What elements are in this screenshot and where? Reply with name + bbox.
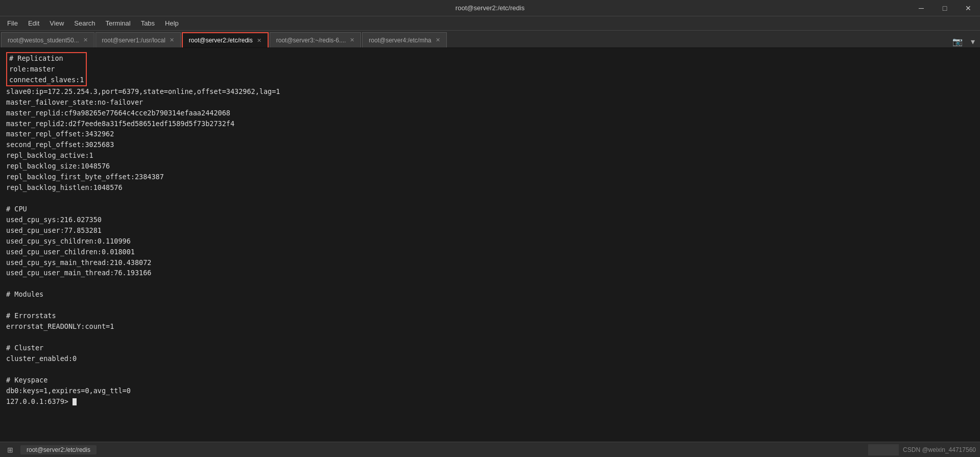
tab-label: root@server3:~/redis-6.... — [276, 37, 346, 44]
tabs-bar: root@westos_student50...✕root@server1:/u… — [0, 31, 980, 48]
tab-label: root@server4:/etc/mha — [369, 37, 431, 44]
tab-tab2[interactable]: root@server1:/usr/local✕ — [95, 32, 181, 47]
tab-close-icon[interactable]: ✕ — [350, 37, 354, 43]
menu-item-terminal[interactable]: Terminal — [101, 18, 136, 28]
tab-close-icon[interactable]: ✕ — [83, 37, 88, 43]
status-right: CSDN @weixin_44717560 — [868, 444, 976, 455]
close-button[interactable]: ✕ — [957, 0, 980, 16]
tabs-dropdown-button[interactable]: ▾ — [968, 36, 978, 47]
tab-close-icon[interactable]: ✕ — [257, 37, 261, 44]
tab-tab4[interactable]: root@server3:~/redis-6....✕ — [270, 32, 362, 47]
terminal-output: # Replication role:master connected_slav… — [6, 52, 974, 406]
maximize-button[interactable]: □ — [933, 0, 957, 16]
window-controls: ─ □ ✕ — [910, 0, 980, 16]
new-tab-button[interactable]: 📷 — [949, 36, 966, 47]
watermark: CSDN @weixin_44717560 — [903, 446, 976, 453]
tab-label: root@server1:/usr/local — [102, 37, 165, 44]
status-icon-button[interactable]: ⊞ — [4, 445, 16, 455]
menu-item-edit[interactable]: Edit — [23, 18, 44, 28]
prompt-line: 127.0.0.1:6379> — [6, 397, 73, 405]
menu-item-file[interactable]: File — [2, 18, 23, 28]
title-bar: root@server2:/etc/redis ─ □ ✕ — [0, 0, 980, 16]
tab-label: root@westos_student50... — [8, 37, 79, 44]
menu-item-help[interactable]: Help — [160, 18, 184, 28]
menu-bar: FileEditViewSearchTerminalTabsHelp — [0, 16, 980, 31]
tabs-extra-controls: 📷▾ — [949, 36, 980, 47]
status-input[interactable] — [868, 444, 899, 455]
cursor — [73, 398, 77, 405]
tab-tab3[interactable]: root@server2:/etc/redis✕ — [182, 32, 269, 47]
tab-tab1[interactable]: root@westos_student50...✕ — [1, 32, 94, 47]
tab-label: root@server2:/etc/redis — [189, 37, 253, 44]
status-bar: ⊞ root@server2:/etc/redis CSDN @weixin_4… — [0, 442, 980, 457]
status-title: root@server2:/etc/redis — [20, 445, 97, 454]
menu-item-view[interactable]: View — [44, 18, 69, 28]
window-title: root@server2:/etc/redis — [456, 4, 524, 12]
status-left: ⊞ root@server2:/etc/redis — [4, 445, 97, 455]
minimize-button[interactable]: ─ — [910, 0, 933, 16]
tab-close-icon[interactable]: ✕ — [436, 37, 440, 43]
menu-item-search[interactable]: Search — [69, 18, 100, 28]
tab-tab5[interactable]: root@server4:/etc/mha✕ — [362, 32, 446, 47]
menu-item-tabs[interactable]: Tabs — [136, 18, 160, 28]
terminal-area[interactable]: # Replication role:master connected_slav… — [0, 48, 980, 442]
tab-close-icon[interactable]: ✕ — [170, 37, 174, 43]
